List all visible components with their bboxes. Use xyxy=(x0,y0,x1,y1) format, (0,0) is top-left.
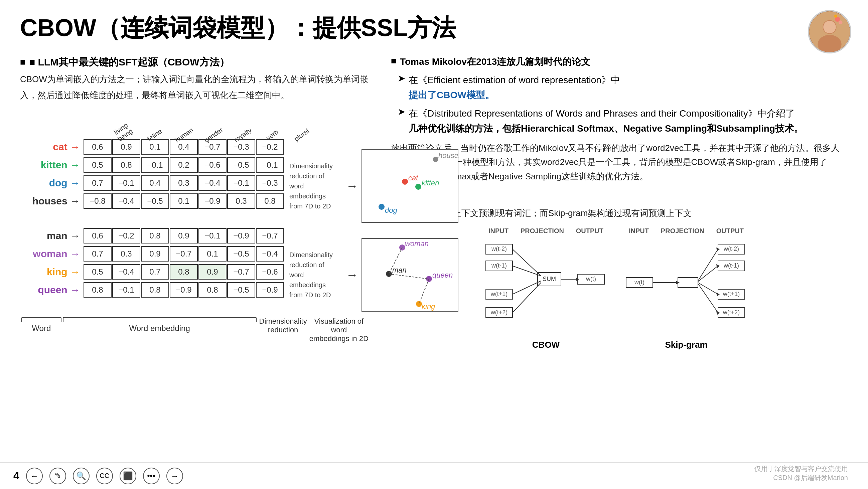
arrow-1: → xyxy=(346,179,358,193)
plot2: woman man queen king xyxy=(362,238,458,312)
lbl-dimred-group: Dimensionalityreduction xyxy=(259,317,307,334)
dim-label-2: Dimensionalityreduction ofwordembeddings… xyxy=(289,250,343,300)
group2-rows: man → 0.6 −0.2 0.8 0.9 −0.1 −0.9 −0.7 xyxy=(20,228,284,300)
svg-line-37 xyxy=(513,283,541,313)
embedding-section: living being feline human gender royalty… xyxy=(20,106,371,343)
word-king: king → xyxy=(20,266,84,278)
left-body2: 入，然后通过降低维度的处理，最终将单词嵌入可视化在二维空间中。 xyxy=(20,89,371,102)
row-man: man → 0.6 −0.2 0.8 0.9 −0.1 −0.9 −0.7 xyxy=(20,228,284,243)
group2-container: man → 0.6 −0.2 0.8 0.9 −0.1 −0.9 −0.7 xyxy=(20,228,371,312)
bullet1-text: 在《Efficient estimation of word represent… xyxy=(409,73,620,103)
watermark: 仅用于深度觉智与客户交流使用CSDN @后端研发Marion xyxy=(754,464,848,482)
bottom-bar: 4 ← ✎ 🔍 CC ⬛ ••• → 仅用于深度觉智与客户交流使用CSDN @后… xyxy=(0,462,868,489)
word-queen: queen → xyxy=(20,284,84,296)
dim-label-1: Dimensionalityreduction ofwordembeddings… xyxy=(289,161,343,211)
nav-screen[interactable]: ⬛ xyxy=(120,468,136,484)
brace-embedding xyxy=(63,317,256,322)
svg-line-36 xyxy=(513,281,541,294)
bottom-labels: Word Word embedding Dimensionalityreduct… xyxy=(20,317,371,343)
svg-text:w(t+1): w(t+1) xyxy=(491,291,508,297)
svg-point-13 xyxy=(378,204,384,210)
svg-text:queen: queen xyxy=(432,271,453,279)
cells-houses: −0.8 −0.4 −0.5 0.1 −0.9 0.3 0.8 xyxy=(84,193,284,209)
svg-line-35 xyxy=(513,266,541,276)
row-queen: queen → 0.8 −0.1 0.8 −0.9 0.8 −0.5 −0.9 xyxy=(20,282,284,298)
lbl-word: Word xyxy=(32,324,51,333)
plot1-svg: houses cat kitten dog xyxy=(362,150,459,224)
slide-title: CBOW（连续词袋模型）：提供SSL方法 xyxy=(20,13,848,42)
svg-text:cat: cat xyxy=(408,174,418,182)
group1-dim: Dimensionalityreduction ofwordembeddings… xyxy=(289,149,458,223)
svg-text:w(t+2): w(t+2) xyxy=(723,309,740,316)
nav-cc[interactable]: CC xyxy=(96,468,113,484)
left-section-header: ■ LLM其中最关键的SFT起源（CBOW方法） xyxy=(20,56,371,69)
word-cat: cat → xyxy=(20,141,84,153)
cells-king: 0.5 −0.4 0.7 0.8 0.9 −0.7 −0.6 xyxy=(84,264,284,280)
nav-more[interactable]: ••• xyxy=(143,468,160,484)
cells-woman: 0.7 0.3 0.9 −0.7 0.1 −0.5 −0.4 xyxy=(84,246,284,262)
word-dog: dog → xyxy=(20,177,84,189)
nav-prev[interactable]: ← xyxy=(26,468,43,484)
nav-next[interactable]: → xyxy=(166,468,183,484)
cbow-arch: INPUT PROJECTION OUTPUT w(t-2) w(t-1) w( xyxy=(483,227,610,350)
svg-text:w(t+1): w(t+1) xyxy=(723,291,740,297)
content-area: ■ LLM其中最关键的SFT起源（CBOW方法） CBOW为单词嵌入的方法之一；… xyxy=(20,56,848,478)
svg-text:woman: woman xyxy=(405,239,429,248)
nav-search[interactable]: 🔍 xyxy=(73,468,90,484)
skipgram-svg: w(t) xyxy=(623,237,750,338)
svg-text:king: king xyxy=(422,302,435,311)
svg-text:kitten: kitten xyxy=(422,179,439,187)
svg-rect-48 xyxy=(678,278,698,288)
cbow-labels: INPUT PROJECTION OUTPUT xyxy=(483,227,610,235)
lbl-word-group: Word xyxy=(20,317,63,333)
skipgram-arch: INPUT PROJECTION OUTPUT w(t) xyxy=(623,227,750,350)
plot1: houses cat kitten dog xyxy=(362,149,458,223)
lbl-viz-group: Visualization of wordembeddings in 2D xyxy=(307,317,371,343)
cells-queen: 0.8 −0.1 0.8 −0.9 0.8 −0.5 −0.9 xyxy=(84,282,284,298)
svg-text:w(t): w(t) xyxy=(634,279,645,286)
word-man: man → xyxy=(20,230,84,241)
row-houses: houses → −0.8 −0.4 −0.5 0.1 −0.9 0.3 0.8 xyxy=(20,193,284,209)
svg-text:w(t-1): w(t-1) xyxy=(491,262,507,269)
row-kitten: kitten → 0.5 0.8 −0.1 0.2 −0.6 −0.5 −0.1 xyxy=(20,157,284,173)
skipgram-labels: INPUT PROJECTION OUTPUT xyxy=(623,227,750,235)
group1-container: cat → 0.6 0.9 0.1 0.4 −0.7 −0.3 −0.2 xyxy=(20,139,371,223)
lbl-dimred: Dimensionalityreduction xyxy=(259,317,307,334)
svg-line-52 xyxy=(698,284,718,313)
svg-point-11 xyxy=(415,184,421,190)
svg-text:w(t-1): w(t-1) xyxy=(723,262,739,269)
plot2-svg: woman man queen king xyxy=(362,239,459,312)
svg-point-2 xyxy=(817,35,841,54)
brace-word xyxy=(21,317,61,322)
page-number: 4 xyxy=(13,469,20,482)
row-woman: woman → 0.7 0.3 0.9 −0.7 0.1 −0.5 −0.4 xyxy=(20,246,284,262)
svg-point-9 xyxy=(402,179,408,185)
arrow-2: → xyxy=(346,268,358,282)
bullet2-text: 在《Distributed Representations of Words a… xyxy=(409,106,803,136)
lbl-embedding: Word embedding xyxy=(129,324,190,333)
bullet2: ➤ 在《Distributed Representations of Words… xyxy=(398,106,841,136)
svg-text:dog: dog xyxy=(385,206,397,215)
right-header1: ■ Tomas Mikolov在2013连放几篇划时代的论文 xyxy=(391,56,841,68)
svg-point-5 xyxy=(839,20,842,24)
nav-edit[interactable]: ✎ xyxy=(50,468,66,484)
svg-text:w(t-2): w(t-2) xyxy=(723,246,739,252)
svg-text:houses: houses xyxy=(438,151,459,160)
group1-rows: cat → 0.6 0.9 0.1 0.4 −0.7 −0.3 −0.2 xyxy=(20,139,284,211)
left-panel: ■ LLM其中最关键的SFT起源（CBOW方法） CBOW为单词嵌入的方法之一；… xyxy=(20,56,371,478)
col-headers: living being feline human gender royalty… xyxy=(114,106,371,139)
lbl-embedding-group: Word embedding xyxy=(63,317,256,333)
svg-point-6 xyxy=(834,14,837,18)
svg-line-25 xyxy=(389,274,429,279)
lbl-viz: Visualization of wordembeddings in 2D xyxy=(307,317,371,343)
cells-man: 0.6 −0.2 0.8 0.9 −0.1 −0.9 −0.7 xyxy=(84,228,284,243)
word-houses: houses → xyxy=(20,195,84,207)
cells-dog: 0.7 −0.1 0.4 0.3 −0.4 −0.1 −0.3 xyxy=(84,175,284,191)
cells-kitten: 0.5 0.8 −0.1 0.2 −0.6 −0.5 −0.1 xyxy=(84,157,284,173)
svg-text:SUM: SUM xyxy=(542,275,556,282)
cbow-svg: w(t-2) w(t-1) w(t+1) w(t+2) xyxy=(483,237,610,338)
spacer xyxy=(20,223,371,228)
svg-point-7 xyxy=(433,157,438,162)
left-body: CBOW为单词嵌入的方法之一；讲输入词汇向量化的全流程为，将输入的单词转换为单词… xyxy=(20,72,371,87)
slide-container: CBOW（连续词袋模型）：提供SSL方法 ■ LLM其中最关键的SFT起源（CB… xyxy=(0,0,868,489)
